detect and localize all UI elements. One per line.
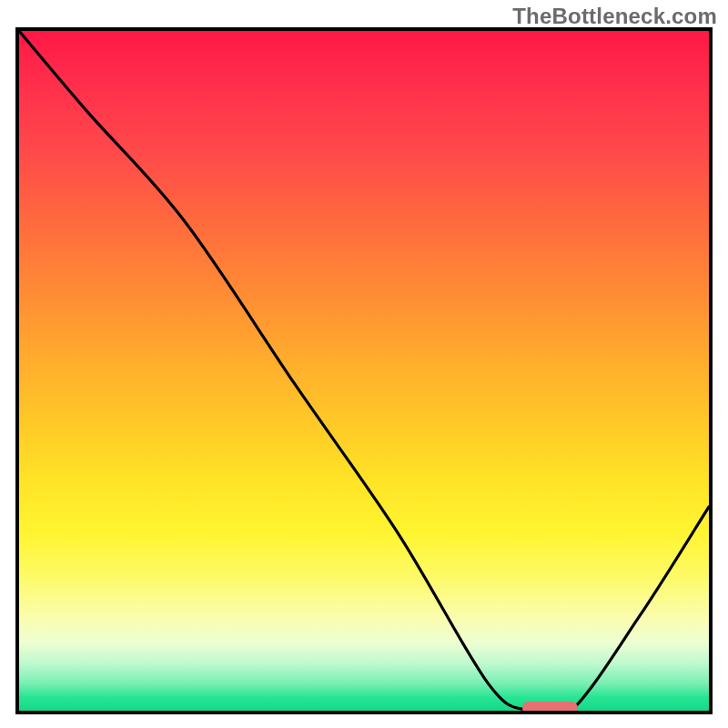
plot-area (15, 27, 713, 714)
watermark-text: TheBottleneck.com (512, 4, 717, 29)
optimal-range-marker (522, 702, 578, 714)
bottleneck-curve (19, 31, 709, 711)
chart-container: TheBottleneck.com (0, 0, 728, 728)
